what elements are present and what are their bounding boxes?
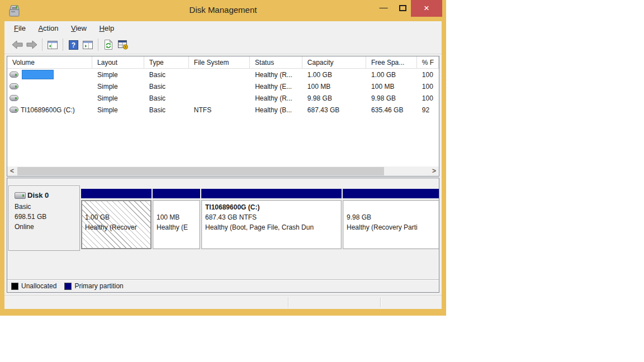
menu-view[interactable]: View [66,21,92,32]
partition-recovery-1[interactable]: 1.00 GB Healthy (Recover [81,189,151,253]
column-header-volume[interactable]: Volume [7,56,92,68]
partition-status: Healthy (E [157,222,200,232]
cell-volume-name: TI10689600G (C:) [21,106,75,114]
column-header-type[interactable]: Type [144,56,189,68]
toolbar-separator [98,39,98,51]
cell-free-space: 635.46 GB [366,106,417,114]
scrollbar-thumb[interactable] [17,167,384,175]
scroll-right-icon[interactable]: > [429,166,439,176]
column-header-status[interactable]: Status [250,56,302,68]
forward-icon[interactable] [25,37,39,52]
help-icon[interactable]: ? [66,37,80,52]
cell-status: Healthy (R... [250,94,302,102]
cell-status: Healthy (R... [250,71,302,79]
selected-volume-name-box[interactable] [22,70,54,79]
action-pane-icon[interactable] [80,37,95,52]
column-header-file-system[interactable]: File System [189,56,250,68]
cell-pct-free: 100 [417,83,439,90]
svg-text:?: ? [71,41,75,49]
volume-list-header: Volume Layout Type File System Status Ca… [7,56,439,69]
table-row[interactable]: Simple Basic Healthy (R... 9.98 GB 9.98 … [7,92,439,104]
primary-partition-bar [343,189,439,198]
menu-bar: File Action View Help [4,21,442,36]
volume-icon [10,83,18,89]
menu-file[interactable]: File [9,21,31,32]
primary-partition-bar [153,189,200,198]
maximize-icon [399,5,406,11]
window-content: File Action View Help [4,21,442,309]
partition-size: 9.98 GB [347,212,439,222]
primary-partition-bar [201,189,342,198]
partition-status: Healthy (Boot, Page File, Crash Dun [205,222,341,232]
partition-size: 1.00 GB [85,212,150,222]
cell-free-space: 100 MB [366,83,417,90]
graphical-view-pane: Disk 0 Basic 698.51 GB Online 1.00 GB He… [7,178,439,293]
volume-icon [10,95,18,101]
cell-type: Basic [144,106,189,114]
primary-partition-swatch [64,283,72,290]
column-header-free-space[interactable]: Free Spa... [366,56,417,68]
disk-management-window: Disk Management — × File Action View Hel… [0,0,446,316]
table-row[interactable]: TI10689600G (C:) Simple Basic NTFS Healt… [7,104,439,116]
cell-pct-free: 92 [417,106,439,114]
console-tree-icon[interactable] [45,37,60,52]
toolbar: ? [4,36,442,54]
toolbar-separator [42,39,42,51]
partition-status: Healthy (Recover [85,222,150,232]
volume-list-pane: Volume Layout Type File System Status Ca… [7,56,439,177]
cell-free-space: 9.98 GB [366,94,417,102]
disk-type: Basic [15,202,79,212]
maximize-button[interactable] [395,0,410,17]
statusbar-divider [380,297,381,307]
menu-help[interactable]: Help [94,21,119,32]
cell-capacity: 100 MB [302,83,366,90]
legend-label-unallocated: Unallocated [21,282,56,290]
desktop-background: Disk Management — × File Action View Hel… [0,0,644,362]
column-header-layout[interactable]: Layout [92,56,144,68]
partition-recovery-2[interactable]: 9.98 GB Healthy (Recovery Parti [343,189,439,253]
cell-free-space: 1.00 GB [366,71,417,79]
cell-type: Basic [144,83,189,90]
legend-label-primary-partition: Primary partition [74,282,123,290]
close-button[interactable]: × [411,0,442,17]
cell-pct-free: 100 [417,71,439,79]
unallocated-swatch [11,283,18,290]
cell-layout: Simple [92,83,144,90]
volume-icon [10,72,18,78]
disk-status: Online [15,222,79,232]
partition-size: 100 MB [157,212,200,222]
toolbar-separator [63,39,63,51]
cell-type: Basic [144,71,189,79]
menu-action[interactable]: Action [33,21,63,32]
column-header-capacity[interactable]: Capacity [302,56,366,68]
primary-partition-bar [81,189,151,198]
cell-file-system: NTFS [189,106,250,114]
disk-size: 698.51 GB [15,212,79,222]
disk-name: Disk 0 [27,190,49,201]
partition-label: TI10689600G (C:) [205,202,341,212]
column-header-pct-free[interactable]: % F [417,56,439,68]
cell-capacity: 9.98 GB [302,94,366,102]
legend-bar: Unallocated Primary partition [7,279,439,292]
partition-efi[interactable]: 100 MB Healthy (E [153,189,200,253]
titlebar[interactable]: Disk Management — × [0,0,446,21]
minimize-button[interactable]: — [376,0,391,17]
cell-layout: Simple [92,94,144,102]
cell-status: Healthy (B... [250,106,302,114]
scroll-left-icon[interactable]: < [7,166,17,176]
volume-icon [10,107,18,113]
table-row[interactable]: Simple Basic Healthy (E... 100 MB 100 MB… [7,80,439,92]
disk-properties-icon[interactable] [116,37,130,52]
disk-icon [15,192,26,199]
back-icon[interactable] [10,37,25,52]
cell-layout: Simple [92,106,144,114]
refresh-icon[interactable] [101,37,116,52]
cell-layout: Simple [92,71,144,79]
horizontal-scrollbar[interactable]: < > [7,166,439,176]
cell-status: Healthy (E... [250,83,302,90]
disk0-info-panel[interactable]: Disk 0 Basic 698.51 GB Online [8,185,80,251]
table-row[interactable]: Simple Basic Healthy (R... 1.00 GB 1.00 … [7,69,439,80]
status-bar [4,295,442,309]
partition-c-drive[interactable]: TI10689600G (C:) 687.43 GB NTFS Healthy … [201,189,342,253]
cell-capacity: 687.43 GB [302,106,366,114]
